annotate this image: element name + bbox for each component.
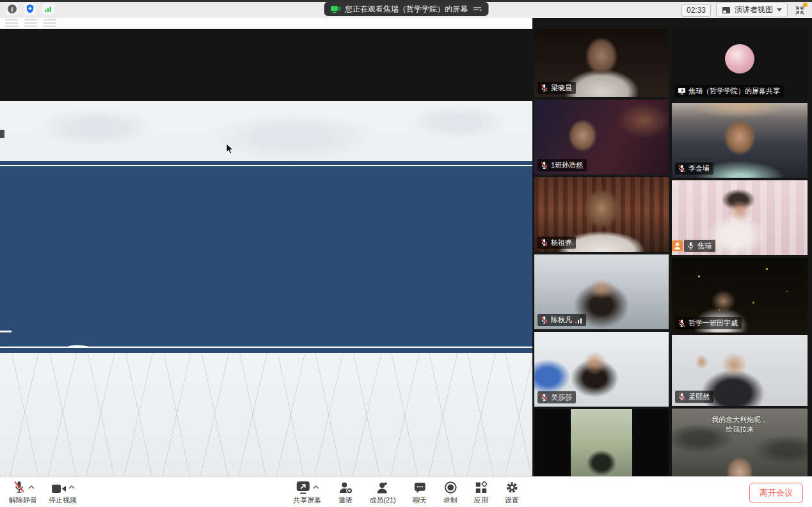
participant-name-tag: 梁晓晨 bbox=[537, 82, 576, 94]
presentation-dark-band bbox=[0, 29, 532, 101]
apps-button[interactable]: 应用 bbox=[474, 479, 488, 505]
shared-screen-view[interactable]: SCHOOL OF PHILOSOPHY HEILONGJIANG UNIVER… bbox=[0, 18, 532, 476]
slide-grid-floor: 激活 Windows 转到“设置”以激活 Windows。 bbox=[0, 353, 532, 476]
meme-line1: 我的意大利炮呢， bbox=[672, 415, 808, 425]
mic-on-icon bbox=[687, 242, 695, 250]
mouse-cursor bbox=[226, 143, 234, 155]
unmute-label: 解除静音 bbox=[9, 495, 37, 505]
slide-accent-strip-top bbox=[0, 161, 532, 165]
top-bar: i 您正在观看焦瑞（哲学学院）的屏幕 02:33 演讲者视图 bbox=[0, 2, 812, 18]
video-tile-tian-yuwei[interactable]: 哲学一班田宇威 bbox=[672, 258, 808, 332]
toolbar-center-group: 共享屏幕 邀请 成员(21) 聊天 bbox=[293, 479, 519, 505]
mic-muted-icon bbox=[12, 480, 26, 494]
view-mode-button[interactable]: 演讲者视图 bbox=[716, 3, 788, 17]
chevron-up-icon[interactable] bbox=[313, 485, 319, 489]
participants-icon bbox=[376, 481, 390, 494]
meeting-timer: 02:33 bbox=[681, 4, 711, 17]
participant-name-tag: 焦瑞 bbox=[684, 240, 715, 252]
participants-sidebar: 梁晓晨 1班孙浩然 杨祖骅 陈秋凡 bbox=[532, 18, 812, 476]
members-button[interactable]: 成员(21) bbox=[369, 479, 396, 505]
camera-icon bbox=[51, 483, 67, 494]
slide-left-stripe bbox=[0, 332, 12, 347]
participant-name-tag: 1班孙浩然 bbox=[537, 159, 587, 171]
participant-name: 梁晓晨 bbox=[551, 83, 572, 93]
mic-muted-icon bbox=[540, 84, 548, 92]
participant-name-tag: 哲学一班田宇威 bbox=[675, 317, 742, 329]
mic-muted-icon bbox=[678, 319, 686, 327]
notification-dot bbox=[803, 3, 808, 7]
top-left-icons: i bbox=[6, 3, 54, 15]
map-band-marker bbox=[0, 130, 4, 138]
mic-muted-icon bbox=[678, 164, 686, 173]
video-column-2: 焦瑞（哲学学院）的屏幕共享 李金埔 焦瑞 bbox=[672, 18, 808, 476]
apps-label: 应用 bbox=[474, 495, 488, 505]
video-column-1: 梁晓晨 1班孙浩然 杨祖骅 陈秋凡 bbox=[534, 18, 669, 476]
participant-name: 杨祖骅 bbox=[551, 238, 572, 247]
chat-icon bbox=[413, 482, 426, 494]
mic-muted-icon bbox=[540, 238, 548, 247]
invite-button[interactable]: 邀请 bbox=[338, 479, 353, 505]
participant-name: 陈秋凡 bbox=[551, 315, 572, 325]
video-tile-jiao-rui[interactable]: 焦瑞 bbox=[672, 180, 808, 255]
record-button[interactable]: 录制 bbox=[443, 479, 458, 505]
toolbar-left-group: 解除静音 停止视频 bbox=[9, 479, 77, 505]
meeting-window: i 您正在观看焦瑞（哲学学院）的屏幕 02:33 演讲者视图 bbox=[0, 0, 812, 507]
participant-name-tag: 焦瑞（哲学学院）的屏幕共享 bbox=[675, 85, 784, 97]
slide-main-panel: SCHOOL OF PHILOSOPHY HEILONGJIANG UNIVER… bbox=[0, 166, 532, 347]
slide-map-band bbox=[0, 101, 532, 161]
avatar bbox=[725, 44, 754, 74]
unmute-button[interactable]: 解除静音 bbox=[9, 479, 37, 505]
video-tile-sun-haoran[interactable]: 1班孙浩然 bbox=[534, 100, 669, 175]
share-screen-label: 共享屏幕 bbox=[293, 495, 321, 505]
view-mode-label: 演讲者视图 bbox=[735, 4, 773, 15]
chevron-up-icon[interactable] bbox=[28, 485, 35, 489]
video-tile-liang-xiaochen[interactable]: 梁晓晨 bbox=[534, 29, 669, 97]
participant-name-tag: 杨祖骅 bbox=[537, 237, 576, 249]
video-tile-yang-zuhua[interactable]: 杨祖骅 bbox=[534, 177, 669, 252]
screen-share-tile[interactable]: 焦瑞（哲学学院）的屏幕共享 bbox=[672, 29, 808, 100]
record-icon bbox=[443, 481, 457, 494]
network-signal-icon bbox=[575, 316, 582, 324]
video-tile-chen-qiufan[interactable]: 陈秋凡 bbox=[534, 254, 669, 329]
leave-meeting-button[interactable]: 离开会议 bbox=[749, 483, 803, 503]
screen-share-icon bbox=[678, 88, 686, 95]
gear-icon bbox=[505, 481, 518, 494]
meme-line2: 给我拉来 bbox=[672, 425, 808, 434]
members-label: 成员(21) bbox=[369, 495, 396, 505]
share-screen-icon bbox=[296, 481, 311, 494]
shared-content-skeleton bbox=[5, 19, 56, 27]
watching-status-pill[interactable]: 您正在观看焦瑞（哲学学院）的屏幕 bbox=[324, 2, 488, 16]
participant-name: 吴莎莎 bbox=[551, 393, 572, 402]
video-tile-meme-background[interactable]: 我的意大利炮呢， 给我拉来 bbox=[672, 409, 808, 476]
host-badge-icon bbox=[672, 240, 683, 251]
participant-tag-row: 焦瑞 bbox=[672, 240, 715, 252]
video-tile-li-jinpu[interactable]: 李金埔 bbox=[672, 103, 808, 178]
participant-name: 李金埔 bbox=[689, 164, 710, 173]
speaker-view-icon bbox=[722, 6, 731, 14]
invite-label: 邀请 bbox=[338, 495, 353, 505]
chevron-down-icon bbox=[777, 8, 782, 12]
share-screen-button[interactable]: 共享屏幕 bbox=[293, 479, 321, 505]
chevron-up-icon[interactable] bbox=[68, 485, 75, 489]
chat-button[interactable]: 聊天 bbox=[413, 479, 427, 505]
video-tile-partial[interactable] bbox=[534, 409, 669, 476]
meme-overlay-text: 我的意大利炮呢， 给我拉来 bbox=[672, 415, 808, 434]
participant-name: 焦瑞（哲学学院）的屏幕共享 bbox=[689, 86, 780, 96]
video-tile-meng-xiran[interactable]: 孟熙然 bbox=[672, 335, 808, 406]
security-shield-icon[interactable] bbox=[24, 3, 36, 15]
mic-muted-icon bbox=[678, 393, 686, 401]
participant-name-tag: 吴莎莎 bbox=[537, 391, 576, 403]
participant-name-tag: 孟熙然 bbox=[675, 391, 713, 403]
slide-accent-strip-bottom bbox=[0, 348, 532, 353]
settings-button[interactable]: 设置 bbox=[505, 479, 519, 505]
connection-stats-icon[interactable] bbox=[42, 3, 54, 15]
settings-label: 设置 bbox=[505, 495, 519, 505]
video-tile-wu-shasha[interactable]: 吴莎莎 bbox=[534, 332, 669, 407]
apps-icon bbox=[474, 481, 488, 494]
stop-video-button[interactable]: 停止视频 bbox=[49, 479, 77, 505]
info-icon[interactable]: i bbox=[6, 3, 18, 15]
stop-video-label: 停止视频 bbox=[49, 495, 77, 505]
pill-menu-icon[interactable] bbox=[472, 6, 482, 13]
exit-fullscreen-button[interactable] bbox=[793, 3, 807, 17]
participant-name: 1班孙浩然 bbox=[551, 160, 583, 170]
